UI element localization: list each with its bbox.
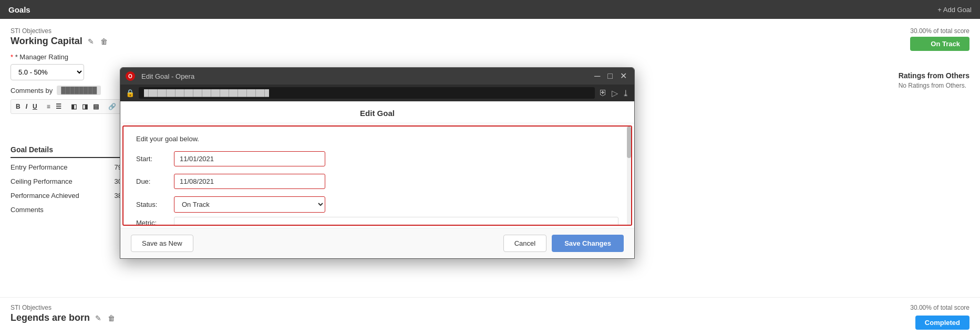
goal-details-section: Goal Details Entry Performance 79.50 Cei… — [11, 145, 131, 217]
due-field-row: Due: — [136, 174, 325, 189]
entry-performance-label: Entry Performance — [11, 163, 67, 171]
metric-row: Metric: — [136, 217, 618, 226]
start-input[interactable] — [174, 151, 325, 166]
ceiling-performance-row: Ceiling Performance 30.00 — [11, 174, 131, 188]
start-label: Start: — [136, 155, 168, 163]
ordered-list-button[interactable]: ≡ — [45, 102, 52, 111]
browser-title: Edit Goal - Opera — [139, 72, 588, 80]
maximize-button[interactable]: □ — [605, 72, 615, 80]
goal1-sti-label: STI Objectives — [11, 27, 969, 35]
align-left-button[interactable]: ◧ — [69, 102, 78, 111]
required-star: * — [11, 53, 13, 61]
goal2-delete-button[interactable]: 🗑 — [107, 313, 116, 323]
save-changes-button[interactable]: Save Changes — [552, 235, 624, 252]
bold-button[interactable]: B — [14, 102, 22, 111]
unordered-list-button[interactable]: ☰ — [54, 102, 63, 111]
underline-button[interactable]: U — [31, 102, 39, 111]
goal1-score-area: 30.00% of total score On Track — [910, 27, 969, 51]
browser-controls: ─ □ ✕ — [592, 72, 629, 80]
footer-right: Cancel Save Changes — [503, 235, 624, 252]
browser-chrome: O Edit Goal - Opera ─ □ ✕ — [120, 68, 634, 85]
address-text: ████████████████████████████ — [144, 89, 269, 97]
close-button[interactable]: ✕ — [618, 72, 629, 80]
align-right-button[interactable]: ◨ — [80, 102, 89, 111]
start-field-row: Start: — [136, 151, 325, 166]
ceiling-performance-label: Ceiling Performance — [11, 177, 73, 185]
browser-address-row: 🔒 ████████████████████████████ ⛨ ▷ ⤓ — [120, 85, 634, 101]
goal-details-title: Goal Details — [11, 145, 131, 158]
metric-textarea[interactable] — [174, 217, 618, 226]
entry-performance-row: Entry Performance 79.50 — [11, 160, 131, 174]
manager-rating-select[interactable]: 5.0 - 50% — [11, 64, 84, 80]
save-as-new-button[interactable]: Save as New — [131, 235, 193, 252]
goal1-title-row: Working Capital ✎ 🗑 — [11, 36, 969, 47]
comments-by-label: Comments by — [11, 87, 53, 94]
modal-subtitle: Edit your goal below. — [136, 135, 618, 143]
performance-achieved-label: Performance Achieved — [11, 192, 79, 200]
ratings-others-title: Ratings from Others — [899, 71, 969, 80]
modal-scrollbar[interactable] — [627, 127, 631, 225]
opera-logo: O — [126, 71, 135, 81]
address-actions: ⛨ ▷ ⤓ — [599, 88, 629, 98]
goal2-right: 30.00% of total score Completed — [910, 304, 969, 330]
due-input[interactable] — [174, 174, 325, 189]
editor-toolbar: B I U ≡ ☰ ◧ ◨ ▤ 🔗 ⊞ Size — [11, 99, 131, 114]
link-button[interactable]: 🔗 — [107, 102, 118, 111]
goal2-row: STI Objectives Legends are born ✎ 🗑 30.0… — [0, 297, 980, 336]
comments-by-name: ████████ — [57, 86, 101, 95]
modal-body: Edit your goal below. Start: Due: — [122, 125, 632, 226]
goal1-title: Working Capital — [11, 36, 82, 47]
goal2-title-row: Legends are born ✎ 🗑 — [11, 312, 116, 323]
cancel-button[interactable]: Cancel — [503, 235, 546, 252]
goal2-sti-label: STI Objectives — [11, 304, 116, 311]
ratings-others-subtitle: No Ratings from Others. — [899, 82, 969, 89]
address-bar[interactable]: ████████████████████████████ — [139, 87, 595, 99]
goal1-score-label: 30.00% of total score — [910, 27, 969, 35]
italic-button[interactable]: I — [24, 102, 29, 111]
goals-header: Goals + Add Goal — [0, 0, 980, 19]
goals-title: Goals — [8, 5, 30, 14]
browser-window: O Edit Goal - Opera ─ □ ✕ 🔒 ████████████… — [120, 67, 635, 259]
goal2-title: Legends are born — [11, 312, 90, 323]
performance-achieved-row: Performance Achieved 38.90 — [11, 188, 131, 203]
goal1-delete-button[interactable]: 🗑 — [99, 36, 109, 47]
shield-button[interactable]: ⛨ — [599, 88, 607, 98]
page: Goals + Add Goal STI Objectives Working … — [0, 0, 980, 336]
status-select[interactable]: On Track Completed At Risk Off Track — [174, 196, 325, 213]
manager-rating-label: * * Manager Rating — [11, 53, 969, 61]
goal2-score-label: 30.00% of total score — [910, 304, 969, 311]
due-label: Due: — [136, 177, 168, 185]
status-label: Status: — [136, 201, 168, 208]
goal2-edit-button[interactable]: ✎ — [94, 313, 102, 323]
align-justify-button[interactable]: ▤ — [91, 102, 100, 111]
modal-title: Edit Goal — [120, 101, 634, 123]
goal1-edit-button[interactable]: ✎ — [87, 36, 95, 47]
comments-label: Comments — [11, 206, 44, 214]
goal2-left: STI Objectives Legends are born ✎ 🗑 — [11, 304, 116, 330]
play-button[interactable]: ▷ — [612, 88, 618, 98]
status-field-row: Status: On Track Completed At Risk Off T… — [136, 196, 325, 213]
goal2-status-badge: Completed — [915, 316, 969, 330]
modal-form: Start: Due: Status: On Track Completed A… — [136, 151, 325, 213]
goal1-status-badge: On Track — [910, 37, 969, 51]
metric-label: Metric: — [136, 217, 168, 226]
modal-scroll-thumb[interactable] — [627, 127, 631, 158]
ratings-from-others: Ratings from Others No Ratings from Othe… — [899, 71, 969, 89]
comments-row: Comments — [11, 203, 131, 217]
download-button[interactable]: ⤓ — [622, 88, 629, 98]
modal-footer: Save as New Cancel Save Changes — [120, 228, 634, 258]
add-goal-button[interactable]: + Add Goal — [937, 6, 972, 14]
modal-dialog: Edit Goal Edit your goal below. Start: D… — [120, 101, 634, 258]
lock-icon: 🔒 — [126, 89, 135, 97]
minimize-button[interactable]: ─ — [592, 72, 602, 80]
